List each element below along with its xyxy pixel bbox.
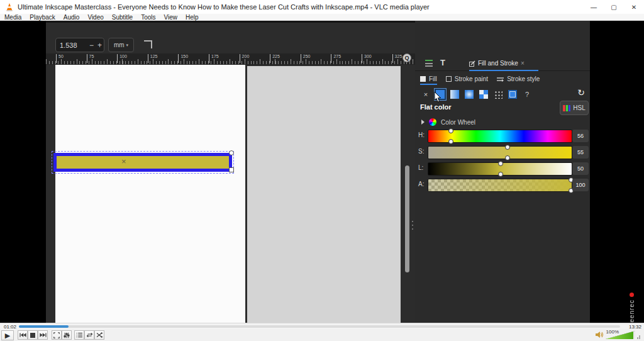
text-tab-icon[interactable]: T [440, 58, 445, 67]
vertical-scrollbar[interactable] [405, 165, 409, 272]
menu-item-video[interactable]: Video [87, 14, 103, 21]
slider-track-h[interactable] [428, 130, 572, 143]
volume-percent-label: 100% [606, 329, 619, 335]
previous-icon [19, 332, 26, 338]
ruler-label: 275 [331, 54, 341, 63]
slider-row-a: A:100 [415, 178, 590, 194]
canvas-desk[interactable] [247, 66, 401, 323]
rectangle-fill[interactable] [57, 156, 229, 169]
next-icon [40, 332, 47, 338]
stop-button[interactable] [28, 330, 38, 340]
zoom-icon[interactable]: Q [402, 53, 411, 62]
selected-rectangle[interactable]: × [53, 153, 232, 172]
selection-handle-corner[interactable] [229, 150, 234, 155]
shuffle-icon [96, 332, 103, 338]
menu-item-help[interactable]: Help [186, 14, 199, 21]
slider-value-a[interactable]: 100 [572, 179, 589, 191]
horizontal-ruler: 5075100125150175200225250275300325 [46, 53, 415, 65]
spinner-value[interactable]: 1.538 [56, 42, 87, 49]
title-bar: Ultimate Inkscape Masterclass - Everyone… [0, 0, 644, 14]
playlist-button[interactable] [74, 330, 84, 340]
slider-value-l[interactable]: 50 [572, 162, 589, 175]
linear-gradient-icon [450, 90, 459, 99]
hsla-sliders: H:56S:55L:50A:100 [415, 129, 590, 194]
subtab-stroke-paint[interactable]: Stroke paint [446, 75, 488, 82]
menu-item-subtitle[interactable]: Subtitle [112, 14, 133, 21]
unknown-icon: ? [523, 90, 531, 99]
slider-value-h[interactable]: 56 [572, 130, 589, 142]
sharp-corner-icon[interactable] [144, 40, 152, 48]
expander-triangle-icon[interactable] [421, 120, 425, 125]
watermark-text: screenrec [628, 299, 635, 323]
loop-icon [86, 332, 93, 338]
selection-handle-side[interactable] [229, 167, 234, 172]
paint-type-mesh-pattern-button[interactable] [492, 89, 504, 100]
maximize-button[interactable]: ▢ [604, 0, 624, 14]
video-display[interactable]: 1.538 − + mm ▾ Fill: Stroke: 10.6 [0, 21, 644, 323]
menu-item-tools[interactable]: Tools [141, 14, 155, 21]
slider-track-a[interactable] [428, 179, 572, 192]
dock-tab-bar: T Fill and Stroke × [415, 57, 590, 71]
stop-icon [30, 333, 35, 338]
tab-close-icon[interactable]: × [521, 60, 525, 67]
seek-bar[interactable] [19, 325, 620, 328]
fill-square-icon [420, 76, 426, 82]
slider-value-s[interactable]: 55 [572, 146, 589, 159]
fullscreen-button[interactable] [52, 330, 62, 340]
ruler-ticks [46, 61, 415, 64]
slider-track-s[interactable] [428, 146, 572, 159]
menu-item-audio[interactable]: Audio [64, 14, 80, 21]
menu-item-view[interactable]: View [164, 14, 178, 21]
slider-track-l[interactable] [428, 162, 572, 176]
extended-settings-button[interactable] [62, 330, 72, 340]
loop-button[interactable] [84, 330, 94, 340]
paint-mode-title: Flat color [420, 103, 452, 111]
mesh-pattern-icon [494, 90, 502, 99]
ruler-label: 200 [240, 54, 250, 63]
panel-resize-handle[interactable] [412, 221, 414, 230]
paint-type-no-paint-button[interactable]: × [420, 89, 431, 100]
color-wheel-icon [429, 118, 436, 126]
speaker-icon[interactable] [596, 332, 604, 338]
ruler-label: 100 [117, 54, 127, 63]
paint-type-radial-gradient-button[interactable] [464, 89, 475, 100]
paint-type-swatch-button[interactable] [507, 89, 518, 100]
record-dot-icon [630, 293, 634, 297]
seek-progress[interactable] [19, 325, 69, 328]
menu-item-playback[interactable]: Playback [30, 14, 55, 21]
minimize-button[interactable]: — [584, 0, 604, 14]
color-wheel-expander[interactable]: Color Wheel [421, 118, 475, 126]
shuffle-button[interactable] [94, 330, 104, 340]
paint-type-pattern-button[interactable] [478, 89, 489, 100]
next-button[interactable] [38, 330, 48, 340]
spinner-increment-button[interactable]: + [96, 41, 104, 50]
paint-subtabs: Fill Stroke paint Stroke style [415, 74, 590, 84]
unit-dropdown[interactable]: mm ▾ [108, 38, 134, 52]
spinner-decrement-button[interactable]: − [87, 41, 96, 50]
canvas-page[interactable] [55, 65, 245, 323]
previous-button[interactable] [18, 330, 28, 340]
stroke-square-icon [446, 76, 452, 82]
objects-tab-icon[interactable] [425, 60, 433, 67]
tab-fill-and-stroke[interactable]: Fill and Stroke × [469, 57, 538, 71]
close-button[interactable]: ✕ [624, 0, 644, 14]
subtab-stroke-style[interactable]: Stroke style [497, 75, 540, 82]
rotation-center-icon[interactable]: × [121, 157, 126, 165]
hsl-label: HSL [573, 104, 585, 111]
radius-spinner[interactable]: 1.538 − + [55, 38, 104, 52]
hsl-mode-button[interactable]: HSL [560, 101, 589, 115]
menu-item-media[interactable]: Media [4, 14, 21, 21]
ruler-label: 250 [301, 54, 311, 63]
subtab-fill[interactable]: Fill [420, 75, 437, 85]
paint-type-linear-gradient-button[interactable] [449, 89, 460, 100]
paint-type-unknown-button[interactable]: ? [521, 89, 533, 100]
curved-arrow-icon[interactable]: ↻ [577, 88, 585, 97]
stroke-style-icon [497, 76, 504, 82]
play-button[interactable]: ▶ [1, 330, 14, 340]
mouse-cursor [434, 92, 441, 103]
tab-label: Fill and Stroke [478, 60, 518, 67]
subtab-stroke-style-label: Stroke style [507, 75, 540, 82]
audio-meter-icon [637, 334, 641, 339]
slider-row-l: L:50 [415, 162, 590, 178]
vlc-cone-icon [5, 3, 14, 11]
